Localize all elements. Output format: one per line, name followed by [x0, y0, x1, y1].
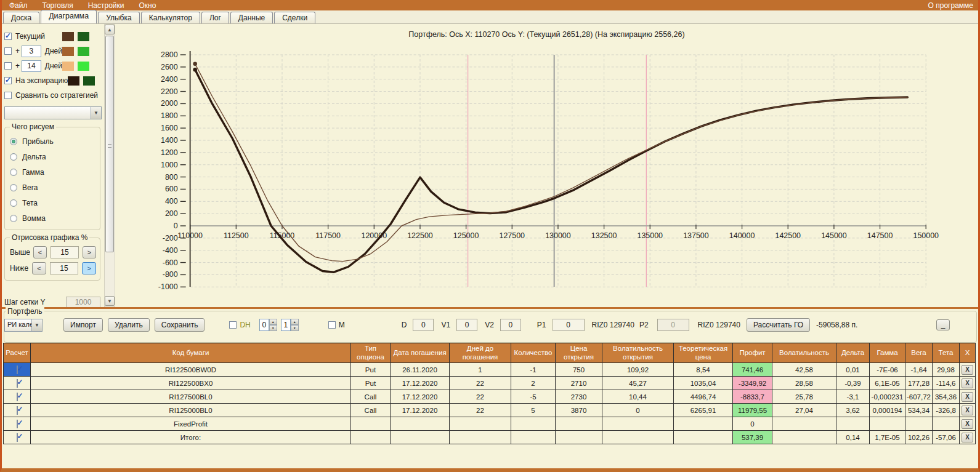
column-header[interactable]: Цена открытия — [556, 343, 602, 363]
column-header[interactable]: Расчет — [4, 343, 31, 363]
column-header[interactable]: Волатильность — [772, 343, 836, 363]
menu-trading[interactable]: Торговля — [35, 1, 81, 10]
radio-Вега[interactable] — [10, 184, 17, 191]
delete-button[interactable]: Удалить — [108, 318, 150, 332]
below-decrease-button[interactable]: < — [32, 262, 46, 274]
d-input[interactable]: 0 — [413, 319, 434, 331]
calc-cell[interactable] — [4, 417, 31, 431]
tab-Диаграмма[interactable]: Диаграмма — [41, 10, 97, 23]
radio-Гамма[interactable] — [10, 169, 17, 176]
v2-input[interactable]: 0 — [500, 319, 521, 331]
row-calc-checkbox[interactable] — [17, 433, 18, 442]
menu-about[interactable]: О программе — [923, 1, 978, 10]
tab-Лог[interactable]: Лог — [201, 12, 229, 23]
radio-Дельта[interactable] — [10, 153, 17, 161]
column-header[interactable]: Тета — [933, 343, 960, 363]
days-input[interactable]: 14 — [22, 60, 41, 72]
dh-spinner-1[interactable]: 0▲▼ — [259, 319, 277, 331]
line-checkbox[interactable] — [4, 47, 12, 55]
dh-checkbox[interactable] — [229, 321, 237, 329]
above-label: Выше — [10, 248, 30, 257]
row-calc-checkbox[interactable] — [17, 393, 18, 401]
scrollbar-thumb[interactable] — [105, 36, 114, 252]
column-header[interactable]: Теоретическая цена — [674, 343, 733, 363]
menu-window[interactable]: Окно — [132, 1, 164, 10]
column-header[interactable]: Вега — [905, 343, 933, 363]
remove-cell: X — [960, 363, 976, 377]
row-calc-checkbox[interactable] — [17, 420, 18, 428]
column-header[interactable]: Дней до погашения — [450, 343, 511, 363]
radio-Вомма[interactable] — [10, 215, 17, 222]
line-label: Дней — [45, 47, 62, 55]
menu-file[interactable]: Файл — [2, 1, 35, 10]
remove-row-button[interactable]: X — [962, 392, 973, 402]
cell: 0 — [733, 417, 772, 431]
remove-row-button[interactable]: X — [962, 406, 973, 415]
column-header[interactable]: Код бумаги — [31, 343, 351, 363]
days-input[interactable]: 3 — [22, 46, 41, 57]
calculate-margin-button[interactable]: Рассчитать ГО — [747, 318, 810, 332]
y-tick-label: -400 — [163, 246, 178, 255]
chevron-down-icon[interactable]: ▼ — [91, 107, 101, 119]
line-checkbox[interactable] — [4, 77, 12, 84]
dh-spinner-2[interactable]: 1▲▼ — [281, 319, 299, 331]
radio-Прибыль[interactable] — [10, 138, 17, 145]
m-checkbox[interactable] — [328, 321, 336, 329]
tab-Калькулятор[interactable]: Калькулятор — [141, 12, 200, 23]
remove-row-button[interactable]: X — [962, 378, 973, 388]
calc-cell[interactable] — [4, 377, 31, 390]
below-increase-button[interactable]: > — [82, 262, 96, 274]
scroll-up-icon[interactable]: ▲ — [105, 25, 115, 34]
below-percent-value[interactable]: 15 — [50, 262, 79, 274]
column-header[interactable]: Дельта — [836, 343, 870, 363]
save-button[interactable]: Сохранить — [155, 318, 205, 332]
p1-input[interactable]: 0 — [553, 319, 585, 331]
calc-cell[interactable] — [4, 404, 31, 417]
column-header[interactable]: Профит — [733, 343, 772, 363]
column-header[interactable]: Волатильность открытия — [602, 343, 674, 363]
y-tick-label: 2800 — [161, 50, 178, 59]
scroll-down-icon[interactable]: ▼ — [105, 296, 115, 306]
portfolio-combobox[interactable]: РИ календарь ▼ — [4, 319, 43, 332]
row-calc-checkbox[interactable] — [17, 366, 18, 374]
above-decrease-button[interactable]: < — [33, 246, 47, 258]
line-checkbox[interactable] — [4, 62, 12, 70]
row-calc-checkbox[interactable] — [17, 406, 18, 415]
tab-Сделки[interactable]: Сделки — [274, 12, 315, 23]
above-increase-button[interactable]: > — [83, 246, 96, 258]
v1-input[interactable]: 0 — [456, 319, 477, 331]
line-label: Дней — [45, 62, 62, 70]
chevron-down-icon[interactable]: ▼ — [31, 319, 42, 331]
cell: Call — [351, 390, 391, 404]
cell: 1 — [450, 363, 511, 377]
line-checkbox[interactable] — [4, 92, 12, 99]
line-checkbox[interactable] — [4, 33, 12, 40]
grid-step-y-input[interactable]: 1000 — [66, 297, 100, 308]
tab-Улыбка[interactable]: Улыбка — [98, 12, 140, 23]
remove-row-button[interactable]: X — [962, 419, 973, 429]
radio-row-Прибыль: Прибыль — [10, 134, 96, 149]
column-header[interactable]: Гамма — [870, 343, 905, 363]
import-button[interactable]: Импорт — [63, 318, 103, 332]
tab-Данные[interactable]: Данные — [230, 12, 273, 23]
column-header[interactable]: Дата погашения — [391, 343, 450, 363]
column-header[interactable]: Тип опциона — [351, 343, 391, 363]
strategy-combobox[interactable]: ▼ — [4, 106, 102, 119]
calc-cell[interactable] — [4, 390, 31, 404]
tab-Доска[interactable]: Доска — [3, 12, 39, 23]
calc-cell[interactable] — [4, 363, 31, 377]
column-header[interactable]: Количество — [511, 343, 556, 363]
p2-input[interactable]: 0 — [657, 319, 689, 331]
menu-settings[interactable]: Настройки — [81, 1, 132, 10]
collapse-panel-button[interactable]: _ — [936, 319, 950, 330]
column-header[interactable]: X — [960, 343, 976, 363]
sidebar-scrollbar[interactable]: ▲ ▼ — [104, 24, 115, 307]
row-calc-checkbox[interactable] — [17, 379, 18, 388]
calc-cell[interactable] — [4, 431, 31, 444]
remove-row-button[interactable]: X — [962, 365, 973, 375]
cell — [556, 431, 602, 444]
remove-row-button[interactable]: X — [962, 433, 973, 442]
cell: 750 — [556, 363, 602, 377]
above-percent-value[interactable]: 15 — [51, 246, 79, 258]
radio-Тета[interactable] — [10, 199, 17, 207]
